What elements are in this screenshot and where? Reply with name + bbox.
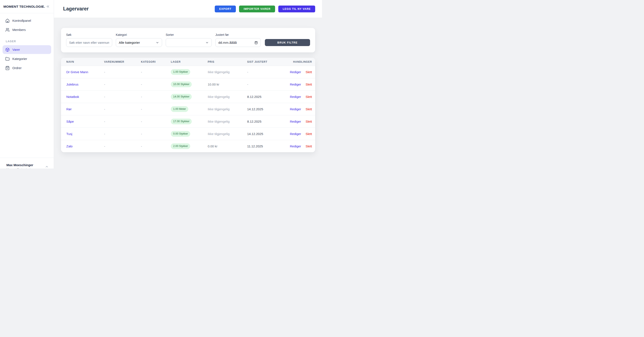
column-header-kategori: KATEGORI xyxy=(141,58,171,66)
item-actions-cell: Rediger Slett xyxy=(288,128,315,140)
sidebar-header: MOMENT TECHNOLOGIE... xyxy=(0,0,54,13)
delete-link[interactable]: Slett xyxy=(306,120,312,123)
table-row: Rør - - 1.00 Meter Ikke tilgjengelig 14.… xyxy=(61,103,315,116)
item-category-cell: - xyxy=(141,116,171,128)
search-input[interactable] xyxy=(69,41,109,44)
sidebar-item-members[interactable]: Members xyxy=(2,26,51,34)
edit-link[interactable]: Rediger xyxy=(290,95,301,98)
page-title: Lagervarer xyxy=(63,6,89,12)
sidebar-nav: Kontrollpanel Members LAGER Varer Kateg xyxy=(0,13,54,73)
item-price: 0.00 kr xyxy=(208,144,218,148)
sort-select[interactable] xyxy=(166,38,212,47)
stock-badge: 10.00 Stykker xyxy=(171,82,192,87)
item-stock-cell: 10.00 Stykker xyxy=(171,78,208,91)
chevron-down-icon xyxy=(205,41,209,44)
item-adjusted-cell: 14.12.2025 xyxy=(247,128,288,140)
home-icon xyxy=(5,18,10,23)
item-price-cell: Ikke tilgjengelig xyxy=(208,116,247,128)
column-header-lager: LAGER xyxy=(171,58,208,66)
item-price: Ikke tilgjengelig xyxy=(208,95,230,98)
edit-link[interactable]: Rediger xyxy=(290,82,301,86)
item-category-cell: - xyxy=(141,66,171,78)
sidebar-item-ordrer[interactable]: Ordrer xyxy=(2,64,51,72)
item-category-cell: - xyxy=(141,91,171,103)
adjusted-before-label: Justert før xyxy=(216,33,261,36)
item-stock-cell: 2.00 Stykker xyxy=(171,140,208,152)
delete-link[interactable]: Slett xyxy=(306,95,312,98)
item-price-cell: Ikke tilgjengelig xyxy=(208,128,247,140)
item-stock-cell: 17.00 Stykker xyxy=(171,116,208,128)
column-header-varenummer: VARENUMMER xyxy=(104,58,141,66)
column-header-navn: NAVN xyxy=(61,58,104,66)
stock-badge: 1.00 Meter xyxy=(171,106,188,112)
item-category-cell: - xyxy=(141,103,171,116)
table-row: Dr Greve Mann - - 1.00 Stykker Ikke tilg… xyxy=(61,66,315,78)
edit-link[interactable]: Rediger xyxy=(290,70,301,74)
date-placeholder: dd.mm.åååå xyxy=(218,41,254,44)
item-name-link[interactable]: Såpe xyxy=(66,120,74,123)
adjusted-before-date-input[interactable]: dd.mm.åååå xyxy=(216,38,261,47)
sort-label: Sorter xyxy=(166,33,212,36)
user-menu[interactable]: Max Moeschinger Moment Technologies xyxy=(0,158,54,168)
stock-badge: 2.00 Stykker xyxy=(171,143,190,149)
item-name-link[interactable]: Dr Greve Mann xyxy=(66,70,88,74)
delete-link[interactable]: Slett xyxy=(306,70,312,74)
category-select[interactable]: Alle kategorier xyxy=(116,38,162,47)
shopping-bag-icon xyxy=(5,66,10,70)
table-row: Tusj - - 0.00 Stykker Ikke tilgjengelig … xyxy=(61,128,315,140)
calendar-icon[interactable] xyxy=(254,41,258,44)
stock-badge: 17.00 Stykker xyxy=(171,118,192,124)
edit-link[interactable]: Rediger xyxy=(290,107,301,111)
stock-badge: 1.00 Stykker xyxy=(171,69,190,75)
item-name-link[interactable]: Rør xyxy=(66,107,72,111)
category-select-value: Alle kategorier xyxy=(119,41,154,44)
item-name-link[interactable]: Julebrus xyxy=(66,82,78,86)
adjusted-before-field: Justert før dd.mm.åååå xyxy=(216,33,261,47)
item-category-cell: - xyxy=(141,78,171,91)
edit-link[interactable]: Rediger xyxy=(290,120,301,123)
delete-link[interactable]: Slett xyxy=(306,107,312,111)
item-price-cell: 10.00 kr xyxy=(208,78,247,91)
content-area: Søk Kategori Alle kategorier Sorte xyxy=(54,18,322,168)
delete-link[interactable]: Slett xyxy=(306,82,312,86)
item-category-cell: - xyxy=(141,140,171,152)
sidebar-item-varer[interactable]: Varer xyxy=(2,45,51,54)
item-name-link[interactable]: Zalo xyxy=(66,144,72,148)
search-input-wrapper xyxy=(66,38,112,47)
item-price-cell: Ikke tilgjengelig xyxy=(208,103,247,116)
item-name-link[interactable]: Notatbok xyxy=(66,95,79,98)
user-subtitle: Moment Technologies xyxy=(6,168,50,168)
search-label: Søk xyxy=(66,33,112,36)
delete-link[interactable]: Slett xyxy=(306,144,312,148)
item-actions-cell: Rediger Slett xyxy=(288,103,315,116)
item-price-cell: Ikke tilgjengelig xyxy=(208,91,247,103)
edit-link[interactable]: Rediger xyxy=(290,132,301,136)
apply-filters-button[interactable]: BRUK FILTRE xyxy=(265,39,310,46)
sidebar-collapse-button[interactable] xyxy=(46,4,50,8)
table-row: Notatbok - - 14.00 Stykker Ikke tilgjeng… xyxy=(61,91,315,103)
item-sku-cell: - xyxy=(104,103,141,116)
item-price: Ikke tilgjengelig xyxy=(208,132,230,136)
add-new-item-button[interactable]: LEGG TIL NY VARE xyxy=(278,6,315,12)
sidebar-item-kontrollpanel[interactable]: Kontrollpanel xyxy=(2,16,51,25)
column-header-sist-justert: SIST JUSTERT xyxy=(247,58,288,66)
item-actions-cell: Rediger Slett xyxy=(288,140,315,152)
sidebar-item-kategorier[interactable]: Kategorier xyxy=(2,54,51,63)
users-icon xyxy=(5,28,10,32)
item-price: Ikke tilgjengelig xyxy=(208,120,230,123)
edit-link[interactable]: Rediger xyxy=(290,144,301,148)
delete-link[interactable]: Slett xyxy=(306,132,312,136)
sidebar-item-label: Kontrollpanel xyxy=(12,19,31,22)
item-price: 10.00 kr xyxy=(208,82,219,86)
export-button[interactable]: EXPORT xyxy=(215,6,236,12)
table-row: Såpe - - 17.00 Stykker Ikke tilgjengelig… xyxy=(61,116,315,128)
sidebar-item-label: Ordrer xyxy=(12,66,22,70)
item-actions-cell: Rediger Slett xyxy=(288,66,315,78)
item-adjusted-cell: - xyxy=(247,78,288,91)
item-name-link[interactable]: Tusj xyxy=(66,132,72,136)
import-items-button[interactable]: IMPORTER VARER xyxy=(239,6,275,12)
item-stock-cell: 14.00 Stykker xyxy=(171,91,208,103)
item-sku-cell: - xyxy=(104,140,141,152)
item-stock-cell: 0.00 Stykker xyxy=(171,128,208,140)
item-adjusted-cell: 8.12.2025 xyxy=(247,116,288,128)
